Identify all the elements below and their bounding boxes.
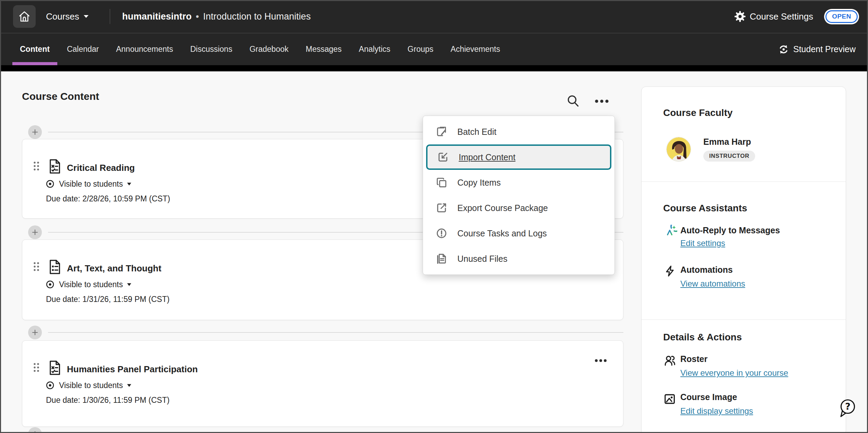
- alert-circle-icon: [435, 227, 448, 239]
- section-divider: [642, 182, 846, 182]
- menu-item-label: Unused Files: [457, 254, 507, 264]
- ellipsis-icon: [594, 97, 609, 105]
- visibility-label: Visible to students: [59, 280, 123, 289]
- assessment-icon: [47, 158, 63, 175]
- copy-icon: [435, 176, 448, 189]
- eye-icon: [45, 280, 55, 289]
- ai-assistant-icon: [662, 225, 677, 240]
- faculty-role-badge: INSTRUCTOR: [703, 151, 755, 162]
- assessment-icon: [47, 360, 63, 376]
- course-side-panel: Course Faculty Emma Harp INSTRUCTOR Cour…: [641, 86, 846, 433]
- add-content-divider: [28, 427, 623, 433]
- details-actions-heading: Details & Actions: [663, 332, 742, 343]
- tab-analytics[interactable]: Analytics: [351, 33, 398, 65]
- lightning-bolt-icon: [664, 265, 677, 278]
- course-settings-label: Course Settings: [750, 11, 813, 22]
- due-date-label: Due date: 2/28/26, 10:59 PM (CST): [46, 194, 170, 203]
- faculty-name: Emma Harp: [703, 137, 751, 147]
- menu-item-label: Copy Items: [457, 178, 501, 188]
- gear-icon: [735, 11, 746, 22]
- details-label: Course Image: [680, 392, 737, 402]
- import-content-icon: [437, 151, 449, 163]
- visibility-dropdown[interactable]: Visible to students: [45, 179, 131, 189]
- course-title: Introduction to Humanities: [203, 11, 311, 22]
- course-faculty-heading: Course Faculty: [663, 107, 732, 118]
- course-image-icon: [663, 392, 677, 406]
- visibility-label: Visible to students: [59, 179, 123, 189]
- help-icon: ?: [845, 401, 851, 412]
- add-content-divider: [28, 326, 623, 339]
- visibility-label: Visible to students: [59, 381, 123, 390]
- top-bar: Courses humanitiesintro • Introduction t…: [0, 0, 868, 33]
- content-more-options-button[interactable]: [594, 97, 609, 105]
- ellipsis-icon: [594, 357, 608, 364]
- course-settings-button[interactable]: Course Settings: [735, 11, 813, 22]
- tab-discussions[interactable]: Discussions: [183, 33, 240, 65]
- edit-display-settings-link[interactable]: Edit display settings: [680, 406, 753, 416]
- add-content-button[interactable]: [28, 326, 42, 339]
- breadcrumb: humanitiesintro • Introduction to Humani…: [122, 0, 311, 33]
- courses-menu-button[interactable]: Courses: [46, 0, 89, 33]
- menu-item-label: Batch Edit: [457, 127, 496, 137]
- export-icon: [435, 202, 448, 214]
- menu-item-import-content[interactable]: Import Content: [426, 144, 611, 170]
- visibility-dropdown[interactable]: Visible to students: [45, 381, 131, 390]
- plus-icon: [32, 129, 38, 135]
- drag-handle-icon[interactable]: [33, 363, 40, 372]
- nav-shadow-strip: [0, 65, 868, 71]
- plus-icon: [32, 229, 38, 235]
- tab-messages[interactable]: Messages: [298, 33, 349, 65]
- add-content-button[interactable]: [28, 427, 42, 433]
- menu-item-course-tasks-logs[interactable]: Course Tasks and Logs: [423, 221, 614, 246]
- tab-content[interactable]: Content: [12, 33, 57, 65]
- caret-down-icon: [127, 283, 131, 286]
- caret-down-icon: [127, 384, 131, 387]
- help-button[interactable]: ?: [837, 397, 858, 419]
- home-button[interactable]: [13, 5, 36, 28]
- avatar[interactable]: [666, 137, 691, 162]
- menu-item-label: Import Content: [459, 152, 515, 162]
- topbar-divider: [110, 9, 110, 24]
- divider-line: [48, 332, 623, 333]
- course-open-badge[interactable]: OPEN: [825, 10, 858, 23]
- card-title[interactable]: Art, Text, and Thought: [67, 263, 161, 274]
- assistant-label: Auto-Reply to Messages: [680, 225, 780, 235]
- student-preview-icon: [778, 44, 789, 55]
- view-roster-link[interactable]: View everyone in your course: [680, 368, 788, 378]
- visibility-dropdown[interactable]: Visible to students: [45, 280, 131, 289]
- card-title[interactable]: Critical Reading: [67, 163, 135, 173]
- menu-item-batch-edit[interactable]: Batch Edit: [423, 119, 614, 144]
- drag-handle-icon[interactable]: [33, 262, 40, 271]
- menu-item-export-course-package[interactable]: Export Course Package: [423, 195, 614, 221]
- course-nav-bar: Content Calendar Announcements Discussio…: [0, 33, 868, 65]
- add-content-button[interactable]: [28, 125, 42, 139]
- tab-gradebook[interactable]: Gradebook: [242, 33, 296, 65]
- search-button[interactable]: [566, 94, 580, 108]
- file-icon: [435, 253, 448, 265]
- edit-settings-link[interactable]: Edit settings: [680, 238, 725, 248]
- document-icon: [47, 259, 63, 275]
- due-date-label: Due date: 1/30/26, 11:59 PM (CST): [46, 396, 169, 405]
- tab-announcements[interactable]: Announcements: [108, 33, 180, 65]
- nav-tabs: Content Calendar Announcements Discussio…: [12, 33, 508, 65]
- assistant-label: Automations: [680, 265, 733, 275]
- menu-item-unused-files[interactable]: Unused Files: [423, 246, 614, 271]
- student-preview-button[interactable]: Student Preview: [778, 33, 856, 65]
- courses-label: Courses: [46, 11, 79, 22]
- drag-handle-icon[interactable]: [33, 161, 40, 171]
- home-icon: [18, 10, 31, 23]
- tab-calendar[interactable]: Calendar: [59, 33, 106, 65]
- card-more-options-button[interactable]: [594, 357, 608, 364]
- section-divider: [642, 319, 846, 320]
- card-title[interactable]: Humanities Panel Participation: [67, 364, 198, 375]
- add-content-button[interactable]: [28, 225, 42, 239]
- tab-groups[interactable]: Groups: [400, 33, 441, 65]
- caret-down-icon: [127, 183, 131, 186]
- tab-achievements[interactable]: Achievements: [443, 33, 507, 65]
- details-label: Roster: [680, 354, 707, 364]
- menu-item-copy-items[interactable]: Copy Items: [423, 170, 614, 195]
- view-automations-link[interactable]: View automations: [680, 279, 745, 289]
- chevron-down-icon: [83, 15, 89, 18]
- batch-edit-icon: [435, 126, 448, 138]
- search-icon: [566, 94, 580, 108]
